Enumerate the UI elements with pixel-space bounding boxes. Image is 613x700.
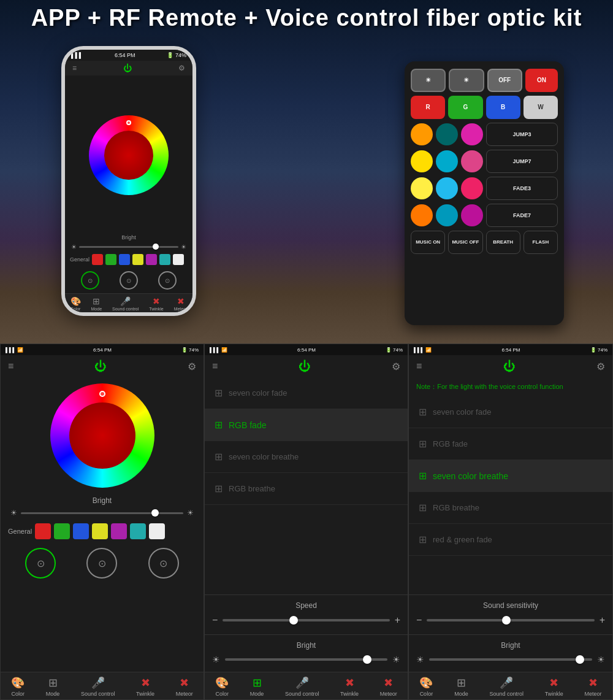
- panel-left-menu-icon[interactable]: ≡: [8, 361, 13, 372]
- settings-icon[interactable]: ⚙: [178, 64, 185, 72]
- speed-slider[interactable]: − +: [205, 612, 408, 628]
- sound-track[interactable]: [427, 619, 594, 621]
- panel-right-nav-sound[interactable]: 🎤 Sound control: [489, 676, 524, 697]
- panel-mid-nav-sound[interactable]: 🎤 Sound control: [285, 676, 319, 697]
- remote-lightyellow-btn[interactable]: [411, 177, 433, 199]
- swatch-purple[interactable]: [146, 254, 157, 265]
- brightness-track[interactable]: [79, 246, 178, 248]
- swatch-red[interactable]: [92, 254, 103, 265]
- remote-jump3-btn[interactable]: JUMP3: [486, 123, 558, 146]
- remote-dim-btn[interactable]: ☀: [411, 69, 446, 92]
- remote-on-btn[interactable]: ON: [525, 69, 558, 92]
- mode-item-right-rgb-breathe[interactable]: ⊞ RGB breathe: [409, 492, 612, 524]
- panel-right-nav-meteor[interactable]: ✖ Meteor: [585, 676, 602, 697]
- mode-circle-1[interactable]: ⊙: [81, 271, 99, 290]
- panel-left-bright-slider[interactable]: ☀ ☀: [1, 506, 204, 520]
- panel-left-mode-1[interactable]: ⊙: [25, 548, 56, 579]
- remote-green-btn[interactable]: G: [448, 96, 482, 119]
- remote-fade3-btn[interactable]: FADE3: [486, 177, 558, 200]
- swatch-yellow[interactable]: [132, 254, 143, 265]
- swatch-blue[interactable]: [119, 254, 130, 265]
- panel-mid-nav-mode[interactable]: ⊞ Mode: [250, 676, 264, 697]
- panel-left-color-wheel[interactable]: [50, 383, 154, 488]
- bright-slider-mid[interactable]: ☀ ☀: [205, 652, 408, 667]
- panel-left-swatch-blue[interactable]: [73, 523, 89, 539]
- swatch-green[interactable]: [105, 254, 116, 265]
- remote-breath-btn[interactable]: BREATH: [486, 231, 520, 254]
- panel-right-gear-icon[interactable]: ⚙: [596, 361, 605, 372]
- remote-fade7-btn[interactable]: FADE7: [486, 204, 558, 227]
- mode-item-seven-breathe[interactable]: ⊞ seven color breathe: [205, 441, 408, 473]
- panel-left-slider-track[interactable]: [21, 512, 183, 514]
- remote-purple2-btn[interactable]: [461, 204, 483, 226]
- panel-right-nav-color[interactable]: 🎨 Color: [419, 676, 433, 697]
- panel-left-nav-twinkle[interactable]: ✖ Twinkle: [136, 676, 154, 697]
- speed-track[interactable]: [223, 619, 389, 621]
- nav-color[interactable]: 🎨 Color: [70, 296, 81, 311]
- panel-left-nav-mode[interactable]: ⊞ Mode: [46, 676, 60, 697]
- remote-jump7-btn[interactable]: JUMP7: [486, 150, 558, 173]
- remote-flash-btn[interactable]: FLASH: [524, 231, 558, 254]
- bright-track-mid[interactable]: [225, 658, 387, 661]
- panel-left-swatch-yellow[interactable]: [92, 523, 108, 539]
- menu-icon[interactable]: ≡: [72, 64, 77, 72]
- swatch-white[interactable]: [173, 254, 184, 265]
- remote-musicon-btn[interactable]: MUSIC ON: [411, 231, 445, 254]
- panel-left-swatch-cyan[interactable]: [130, 523, 146, 539]
- panel-mid-menu-icon[interactable]: ≡: [212, 361, 218, 372]
- panel-left-power-icon[interactable]: ⏻: [94, 360, 107, 374]
- mode-item-right-seven-fade[interactable]: ⊞ seven color fade: [409, 396, 612, 428]
- mode-circle-3[interactable]: ⊙: [158, 271, 177, 290]
- nav-mode[interactable]: ⊞ Mode: [91, 296, 102, 311]
- brightness-slider[interactable]: ☀ ☀: [65, 242, 192, 252]
- nav-sound[interactable]: 🎤 Sound control: [112, 296, 139, 311]
- power-icon[interactable]: ⏻: [123, 63, 132, 73]
- panel-mid-nav-color[interactable]: 🎨 Color: [215, 676, 229, 697]
- panel-left-swatch-green[interactable]: [54, 523, 70, 539]
- color-wheel[interactable]: [89, 115, 169, 195]
- remote-blue-btn[interactable]: B: [486, 96, 520, 119]
- panel-left-mode-3[interactable]: ⊙: [148, 548, 179, 579]
- remote-lightblue-btn[interactable]: [436, 150, 458, 172]
- panel-left-swatch-red[interactable]: [35, 523, 51, 539]
- panel-mid-gear-icon[interactable]: ⚙: [392, 361, 400, 372]
- remote-musicoff-btn[interactable]: MUSIC OFF: [448, 231, 482, 254]
- panel-left-swatch-white[interactable]: [149, 523, 165, 539]
- mode-item-rgb-fade[interactable]: ⊞ RGB fade: [205, 409, 408, 441]
- remote-pink1-btn[interactable]: [461, 123, 483, 145]
- remote-hotpink-btn[interactable]: [461, 150, 483, 172]
- speed-plus[interactable]: +: [395, 615, 400, 626]
- remote-red2-btn[interactable]: [461, 177, 483, 199]
- mode-item-right-red-green-fade[interactable]: ⊞ red & green fade: [409, 524, 612, 556]
- panel-left-mode-2[interactable]: ⊙: [86, 548, 117, 579]
- panel-right-menu-icon[interactable]: ≡: [416, 361, 422, 372]
- remote-bright-btn[interactable]: ☀: [449, 69, 484, 92]
- panel-mid-nav-twinkle[interactable]: ✖ Twinkle: [340, 676, 359, 697]
- panel-left-nav-sound[interactable]: 🎤 Sound control: [81, 676, 115, 697]
- remote-orange1-btn[interactable]: [411, 123, 433, 145]
- mode-item-seven-fade[interactable]: ⊞ seven color fade: [205, 377, 408, 409]
- remote-teal2-btn[interactable]: [436, 204, 458, 226]
- remote-teal1-btn[interactable]: [436, 123, 458, 145]
- panel-right-power-icon[interactable]: ⏻: [503, 360, 516, 374]
- bright-track-right[interactable]: [429, 658, 592, 661]
- remote-yellow-btn[interactable]: [411, 150, 433, 172]
- swatch-cyan[interactable]: [159, 254, 170, 265]
- mode-item-right-rgb-fade[interactable]: ⊞ RGB fade: [409, 428, 612, 460]
- sound-plus[interactable]: +: [600, 615, 605, 626]
- panel-left-gear-icon[interactable]: ⚙: [188, 361, 196, 372]
- remote-white-btn[interactable]: W: [524, 96, 558, 119]
- sound-slider[interactable]: − +: [409, 612, 612, 628]
- remote-darkorange-btn[interactable]: [411, 204, 433, 226]
- panel-right-nav-twinkle[interactable]: ✖ Twinkle: [545, 676, 563, 697]
- panel-left-nav-color[interactable]: 🎨 Color: [11, 676, 25, 697]
- mode-item-rgb-breathe[interactable]: ⊞ RGB breathe: [205, 473, 408, 505]
- remote-skyblue-btn[interactable]: [436, 177, 458, 199]
- mode-circle-2[interactable]: ⊙: [120, 271, 138, 290]
- panel-mid-nav-meteor[interactable]: ✖ Meteor: [380, 676, 397, 697]
- color-wheel-container[interactable]: [65, 75, 192, 234]
- sound-minus[interactable]: −: [416, 615, 422, 626]
- remote-red-btn[interactable]: R: [411, 96, 445, 119]
- panel-left-swatch-purple[interactable]: [111, 523, 127, 539]
- remote-off-btn[interactable]: OFF: [487, 69, 522, 92]
